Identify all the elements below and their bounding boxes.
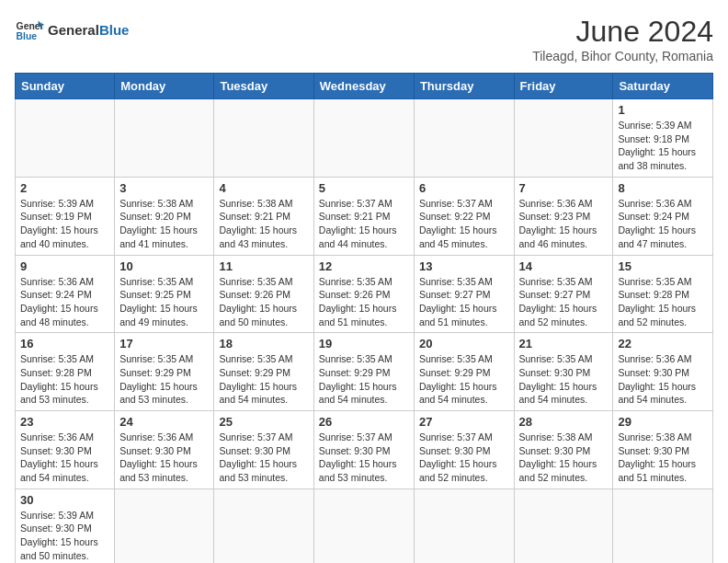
day-info: Sunrise: 5:37 AM Sunset: 9:30 PM Dayligh… <box>419 431 509 485</box>
calendar-cell <box>214 488 313 563</box>
calendar-cell: 3Sunrise: 5:38 AM Sunset: 9:20 PM Daylig… <box>115 177 214 255</box>
logo: General Blue GeneralBlue <box>15 15 129 44</box>
day-number: 21 <box>519 337 609 350</box>
day-number: 23 <box>20 415 109 429</box>
calendar-week-row: 16Sunrise: 5:35 AM Sunset: 9:28 PM Dayli… <box>16 333 713 411</box>
day-number: 8 <box>618 181 708 195</box>
calendar-cell: 16Sunrise: 5:35 AM Sunset: 9:28 PM Dayli… <box>16 333 115 411</box>
logo-icon: General Blue <box>15 15 44 44</box>
calendar-cell <box>514 488 613 563</box>
day-number: 11 <box>219 259 308 273</box>
calendar-week-row: 23Sunrise: 5:36 AM Sunset: 9:30 PM Dayli… <box>16 411 713 489</box>
calendar-cell: 12Sunrise: 5:35 AM Sunset: 9:26 PM Dayli… <box>313 255 414 333</box>
day-info: Sunrise: 5:36 AM Sunset: 9:23 PM Dayligh… <box>519 197 609 251</box>
day-info: Sunrise: 5:35 AM Sunset: 9:29 PM Dayligh… <box>119 352 209 407</box>
calendar-cell <box>414 488 514 563</box>
calendar-cell <box>115 488 214 563</box>
calendar-cell: 6Sunrise: 5:37 AM Sunset: 9:22 PM Daylig… <box>414 177 514 255</box>
day-info: Sunrise: 5:36 AM Sunset: 9:24 PM Dayligh… <box>618 197 708 251</box>
day-info: Sunrise: 5:38 AM Sunset: 9:20 PM Dayligh… <box>119 197 209 251</box>
calendar-cell <box>214 99 313 178</box>
day-info: Sunrise: 5:37 AM Sunset: 9:30 PM Dayligh… <box>219 431 308 485</box>
day-info: Sunrise: 5:37 AM Sunset: 9:21 PM Dayligh… <box>319 197 409 251</box>
calendar-cell: 26Sunrise: 5:37 AM Sunset: 9:30 PM Dayli… <box>313 411 414 489</box>
calendar-cell: 15Sunrise: 5:35 AM Sunset: 9:28 PM Dayli… <box>613 255 713 333</box>
day-info: Sunrise: 5:35 AM Sunset: 9:29 PM Dayligh… <box>419 352 509 407</box>
calendar-cell <box>514 99 613 178</box>
day-info: Sunrise: 5:36 AM Sunset: 9:30 PM Dayligh… <box>119 431 209 485</box>
day-number: 5 <box>319 181 409 195</box>
day-number: 6 <box>419 181 509 195</box>
weekday-header: Friday <box>514 74 613 99</box>
day-number: 10 <box>119 259 209 273</box>
day-number: 29 <box>618 415 708 429</box>
calendar-cell: 20Sunrise: 5:35 AM Sunset: 9:29 PM Dayli… <box>414 333 514 411</box>
calendar-cell: 2Sunrise: 5:39 AM Sunset: 9:19 PM Daylig… <box>16 177 115 255</box>
day-info: Sunrise: 5:37 AM Sunset: 9:30 PM Dayligh… <box>319 431 409 485</box>
weekday-header: Sunday <box>16 74 115 99</box>
month-title: June 2024 <box>532 15 713 49</box>
weekday-header: Saturday <box>613 74 713 99</box>
day-number: 9 <box>20 259 109 273</box>
calendar-cell: 17Sunrise: 5:35 AM Sunset: 9:29 PM Dayli… <box>115 333 214 411</box>
day-number: 22 <box>618 337 708 350</box>
day-info: Sunrise: 5:37 AM Sunset: 9:22 PM Dayligh… <box>419 197 509 251</box>
logo-general: General <box>48 22 99 38</box>
svg-text:Blue: Blue <box>17 31 38 41</box>
calendar-cell <box>16 99 115 178</box>
calendar-cell: 11Sunrise: 5:35 AM Sunset: 9:26 PM Dayli… <box>214 255 313 333</box>
calendar-cell: 24Sunrise: 5:36 AM Sunset: 9:30 PM Dayli… <box>115 411 214 489</box>
day-info: Sunrise: 5:36 AM Sunset: 9:30 PM Dayligh… <box>20 431 109 485</box>
calendar-cell: 22Sunrise: 5:36 AM Sunset: 9:30 PM Dayli… <box>613 333 713 411</box>
calendar-cell: 7Sunrise: 5:36 AM Sunset: 9:23 PM Daylig… <box>514 177 613 255</box>
day-number: 28 <box>519 415 609 429</box>
calendar-table: SundayMondayTuesdayWednesdayThursdayFrid… <box>15 73 713 563</box>
calendar-header-row: SundayMondayTuesdayWednesdayThursdayFrid… <box>16 74 713 99</box>
day-number: 3 <box>119 181 209 195</box>
calendar-cell: 27Sunrise: 5:37 AM Sunset: 9:30 PM Dayli… <box>414 411 514 489</box>
weekday-header: Thursday <box>414 74 514 99</box>
calendar-cell: 4Sunrise: 5:38 AM Sunset: 9:21 PM Daylig… <box>214 177 313 255</box>
calendar-cell: 13Sunrise: 5:35 AM Sunset: 9:27 PM Dayli… <box>414 255 514 333</box>
day-number: 24 <box>119 415 209 429</box>
day-info: Sunrise: 5:35 AM Sunset: 9:27 PM Dayligh… <box>419 275 509 329</box>
calendar-cell <box>313 99 414 178</box>
day-info: Sunrise: 5:39 AM Sunset: 9:19 PM Dayligh… <box>20 197 109 251</box>
day-info: Sunrise: 5:36 AM Sunset: 9:30 PM Dayligh… <box>618 352 708 407</box>
calendar-cell: 14Sunrise: 5:35 AM Sunset: 9:27 PM Dayli… <box>514 255 613 333</box>
calendar-cell: 29Sunrise: 5:38 AM Sunset: 9:30 PM Dayli… <box>613 411 713 489</box>
header: General Blue GeneralBlue June 2024 Tilea… <box>15 15 713 63</box>
day-info: Sunrise: 5:38 AM Sunset: 9:30 PM Dayligh… <box>519 431 609 485</box>
calendar-week-row: 30Sunrise: 5:39 AM Sunset: 9:30 PM Dayli… <box>16 488 713 563</box>
calendar-cell: 9Sunrise: 5:36 AM Sunset: 9:24 PM Daylig… <box>16 255 115 333</box>
calendar-cell: 10Sunrise: 5:35 AM Sunset: 9:25 PM Dayli… <box>115 255 214 333</box>
calendar-week-row: 1Sunrise: 5:39 AM Sunset: 9:18 PM Daylig… <box>16 99 713 178</box>
calendar-week-row: 2Sunrise: 5:39 AM Sunset: 9:19 PM Daylig… <box>16 177 713 255</box>
day-number: 15 <box>618 259 708 273</box>
day-info: Sunrise: 5:39 AM Sunset: 9:18 PM Dayligh… <box>618 119 708 173</box>
calendar-cell: 23Sunrise: 5:36 AM Sunset: 9:30 PM Dayli… <box>16 411 115 489</box>
calendar-cell: 1Sunrise: 5:39 AM Sunset: 9:18 PM Daylig… <box>613 99 713 178</box>
calendar-cell <box>414 99 514 178</box>
day-info: Sunrise: 5:35 AM Sunset: 9:27 PM Dayligh… <box>519 275 609 329</box>
day-number: 18 <box>219 337 308 350</box>
day-number: 27 <box>419 415 509 429</box>
calendar-cell: 25Sunrise: 5:37 AM Sunset: 9:30 PM Dayli… <box>214 411 313 489</box>
day-number: 30 <box>20 493 109 507</box>
calendar-cell: 5Sunrise: 5:37 AM Sunset: 9:21 PM Daylig… <box>313 177 414 255</box>
weekday-header: Tuesday <box>214 74 313 99</box>
calendar-cell: 19Sunrise: 5:35 AM Sunset: 9:29 PM Dayli… <box>313 333 414 411</box>
calendar-cell <box>313 488 414 563</box>
day-number: 25 <box>219 415 308 429</box>
calendar-cell: 21Sunrise: 5:35 AM Sunset: 9:30 PM Dayli… <box>514 333 613 411</box>
day-number: 20 <box>419 337 509 350</box>
calendar-cell <box>115 99 214 178</box>
day-number: 2 <box>20 181 109 195</box>
day-number: 1 <box>618 103 708 117</box>
day-info: Sunrise: 5:35 AM Sunset: 9:26 PM Dayligh… <box>319 275 409 329</box>
day-number: 26 <box>319 415 409 429</box>
day-info: Sunrise: 5:36 AM Sunset: 9:24 PM Dayligh… <box>20 275 109 329</box>
day-info: Sunrise: 5:35 AM Sunset: 9:29 PM Dayligh… <box>319 352 409 407</box>
day-number: 4 <box>219 181 308 195</box>
calendar-cell: 28Sunrise: 5:38 AM Sunset: 9:30 PM Dayli… <box>514 411 613 489</box>
